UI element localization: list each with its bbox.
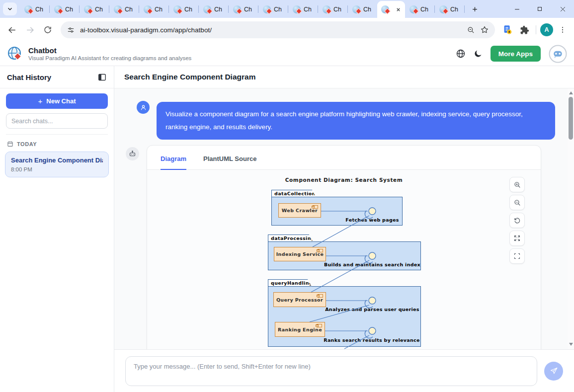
diagram-zoom-out-button[interactable]	[509, 195, 525, 210]
visual-paradigm-favicon	[263, 5, 271, 13]
kebab-menu-icon	[559, 26, 567, 34]
search-chats-input[interactable]	[11, 118, 102, 125]
new-chat-button[interactable]: + New Chat	[6, 93, 108, 109]
dark-mode-button[interactable]	[474, 49, 483, 58]
browser-tab[interactable]: Ch	[258, 1, 288, 18]
assistant-avatar	[126, 147, 139, 160]
browser-tab-active[interactable]	[377, 1, 405, 18]
diagram-viewport: Component Diagram: Search System dataCol…	[147, 170, 541, 349]
tab-title: Ch	[214, 6, 222, 13]
component-label: Indexing Service	[276, 251, 324, 257]
scrollbar-up-arrow[interactable]	[568, 90, 574, 96]
diagram-zoom-in-button[interactable]	[509, 177, 525, 192]
zoom-indicator-icon[interactable]	[467, 26, 475, 34]
profile-avatar[interactable]: A	[540, 23, 553, 36]
visual-paradigm-favicon	[144, 5, 152, 13]
assistant-response-card: Diagram PlantUML Source Component Diagra…	[147, 145, 541, 349]
chat-item-title: Search Engine Component Dia...	[11, 157, 103, 164]
chat-history-sidebar: Chat History + New Chat TODAY	[0, 66, 114, 392]
browser-tab[interactable]: Ch	[50, 1, 79, 18]
browser-menu-button[interactable]	[555, 22, 570, 37]
send-button[interactable]	[544, 362, 563, 381]
site-settings-icon[interactable]	[67, 26, 75, 34]
diagram-reset-button[interactable]	[509, 213, 525, 228]
reload-button[interactable]	[40, 22, 56, 38]
tab-title: Ch	[363, 6, 371, 13]
bookmark-star-icon[interactable]	[480, 25, 489, 34]
tab-search-button[interactable]	[3, 2, 17, 15]
browser-tab[interactable]: Ch	[80, 1, 109, 18]
visual-paradigm-favicon	[114, 5, 122, 13]
diagram-expand-button[interactable]	[509, 231, 525, 246]
browser-tab[interactable]: Ch	[109, 1, 139, 18]
browser-tab[interactable]: Ch	[318, 1, 347, 18]
visual-paradigm-favicon	[233, 5, 241, 13]
forward-button[interactable]	[22, 22, 38, 38]
address-bar[interactable]: ai-toolbox.visual-paradigm.com/app/chatb…	[61, 21, 495, 38]
component-icon	[318, 294, 323, 298]
vertical-scrollbar[interactable]	[568, 88, 574, 349]
diagram-fullscreen-button[interactable]	[509, 248, 525, 264]
browser-tab[interactable]: Ch	[288, 1, 318, 18]
tab-title: Ch	[125, 6, 133, 13]
visual-paradigm-favicon	[323, 5, 330, 13]
sidebar-header: Chat History	[0, 66, 114, 88]
tab-title: Ch	[274, 6, 282, 13]
sidebar-title: Chat History	[7, 73, 51, 81]
robot-icon	[128, 150, 137, 158]
tab-close-icon[interactable]	[396, 7, 401, 12]
uml-component-web-crawler: Web Crawler	[278, 203, 321, 218]
chevron-down-icon	[6, 5, 13, 12]
browser-tab[interactable]: Ch	[229, 1, 258, 18]
scrollbar-down-arrow[interactable]	[568, 341, 574, 347]
message-composer	[114, 349, 574, 392]
browser-tab[interactable]: Ch	[20, 1, 49, 18]
component-label: Query Processor	[276, 297, 323, 303]
header-actions: More Apps	[456, 45, 567, 63]
tab-plantuml-source[interactable]: PlantUML Source	[203, 155, 256, 170]
browser-tab[interactable]: Ch	[435, 1, 464, 18]
new-chat-label: New Chat	[46, 97, 76, 105]
tab-title: Ch	[35, 6, 43, 13]
today-section-label: TODAY	[0, 135, 114, 152]
browser-tab[interactable]: Ch	[169, 1, 198, 18]
close-window-button[interactable]	[551, 0, 574, 18]
component-label: Ranking Engine	[278, 327, 322, 332]
browser-tab[interactable]: Ch	[348, 1, 377, 18]
extensions-puzzle-icon[interactable]	[517, 22, 532, 37]
minimize-icon	[513, 5, 521, 13]
component-icon	[318, 249, 323, 252]
visual-paradigm-favicon	[84, 5, 92, 13]
paper-plane-icon	[550, 367, 558, 375]
chatbot-badge-icon[interactable]	[549, 45, 567, 63]
toolbar-separator	[536, 25, 536, 34]
search-chats-box	[6, 113, 108, 129]
browser-window: Ch Ch Ch Ch Ch Ch Ch Ch Ch Ch Ch Ch	[0, 0, 574, 392]
triangle-down-icon	[569, 343, 573, 346]
message-input[interactable]	[125, 356, 537, 386]
browser-tab[interactable]: Ch	[139, 1, 168, 18]
more-apps-button[interactable]: More Apps	[491, 46, 541, 62]
person-icon	[140, 104, 147, 111]
url-text[interactable]: ai-toolbox.visual-paradigm.com/app/chatb…	[80, 26, 462, 34]
collapse-sidebar-button[interactable]	[97, 73, 107, 82]
back-button[interactable]	[4, 22, 20, 38]
new-tab-button[interactable]	[468, 2, 482, 16]
tab-diagram[interactable]: Diagram	[161, 155, 186, 170]
tab-strip: Ch Ch Ch Ch Ch Ch Ch Ch Ch Ch Ch Ch	[0, 0, 574, 18]
sidebar-actions: + New Chat	[0, 88, 114, 135]
plus-icon	[471, 5, 479, 13]
uml-package-tab-queryhandling: queryHandling	[268, 279, 312, 287]
maximize-button[interactable]	[528, 0, 551, 18]
docs-extension-icon[interactable]	[500, 22, 515, 37]
browser-tab[interactable]: Ch	[405, 1, 434, 18]
tab-title: Ch	[304, 6, 312, 13]
calendar-icon	[7, 141, 13, 147]
uml-package-tab-datacollection: dataCollection	[271, 190, 316, 197]
chat-history-item[interactable]: Search Engine Component Dia... 8:00 PM	[5, 152, 109, 177]
browser-tab[interactable]: Ch	[199, 1, 228, 18]
language-globe-button[interactable]	[456, 49, 466, 59]
triangle-up-icon	[569, 91, 573, 94]
scrollbar-thumb[interactable]	[569, 97, 573, 140]
minimize-button[interactable]	[505, 0, 528, 18]
